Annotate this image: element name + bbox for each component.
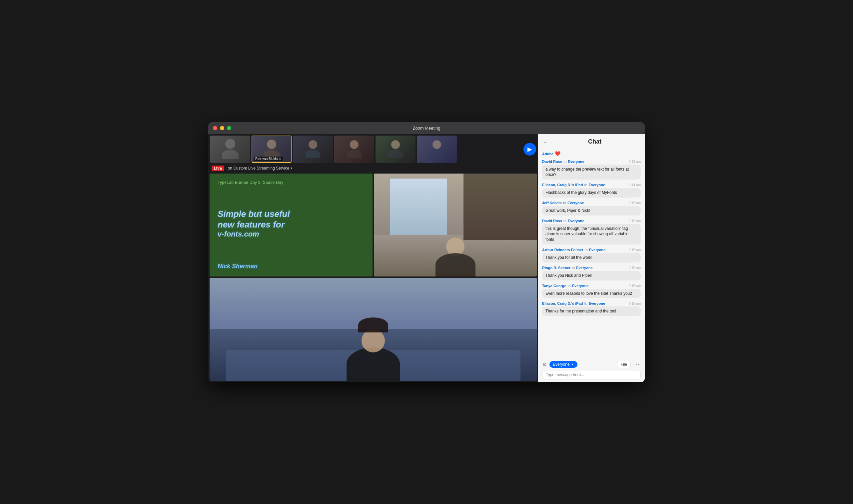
chat-to-1: to	[564, 160, 566, 164]
participant-name-2: Petr van Blokland	[253, 157, 283, 161]
chat-time-8: 9:15 am	[629, 302, 641, 305]
chat-message-7: Tanya George to Everyone 9:15 am Even mo…	[542, 284, 641, 299]
titlebar: Zoom Meeting	[208, 122, 645, 134]
chat-collapse-icon[interactable]: ⌄	[544, 139, 548, 144]
close-button[interactable]	[213, 126, 217, 130]
next-participants-button[interactable]: ▶	[523, 143, 536, 156]
chat-message-2: Eliason, Craig D.'s iPad to Everyone 9:1…	[542, 183, 641, 198]
slide-subtitle: TypeLab Europe Day 3: Space Day	[218, 180, 365, 185]
chat-input[interactable]	[546, 373, 637, 377]
slide-content: TypeLab Europe Day 3: Space Day Simple b…	[210, 174, 373, 276]
participant-thumb-1[interactable]	[210, 136, 250, 163]
chat-sender-7: Tanya George	[542, 284, 566, 288]
chat-bubble-2: Flashbacks of the glory days of MyFonts	[542, 188, 641, 198]
chat-to-label: To:	[542, 362, 548, 367]
chat-time-4: 9:15 am	[629, 219, 641, 223]
more-options-button[interactable]: ⋯	[633, 361, 641, 368]
chat-messages: Adobe ❤️ David Ross to Everyone 9:13 am …	[538, 148, 645, 358]
chat-meta-0: Adobe ❤️	[542, 151, 641, 156]
window-title: Zoom Meeting	[412, 126, 440, 130]
chat-message-4: David Ross to Everyone 9:15 am this is g…	[542, 219, 641, 245]
chat-message-8: Eliason, Craig D.'s iPad to Everyone 9:1…	[542, 302, 641, 316]
chat-bubble-8: Thanks for the presentation and the tool	[542, 306, 641, 316]
live-text: on Custom Live Streaming Service ▾	[228, 166, 292, 170]
chat-bubble-4: this is great though, the "unusual varia…	[542, 224, 641, 245]
chat-meta-5: Arthur Reinders Folmer to Everyone 9:15 …	[542, 248, 641, 252]
chat-title: Chat	[550, 138, 639, 145]
adobe-heart-emoji: ❤️	[555, 151, 561, 156]
chat-bubble-1: a way to change the preview text for all…	[542, 165, 641, 180]
chat-message-5: Arthur Reinders Folmer to Everyone 9:15 …	[542, 248, 641, 263]
slide-title: Simple but usefulnew features for	[218, 209, 365, 230]
chat-time-2: 9:14 am	[629, 183, 641, 187]
chat-recipient-1: Everyone	[568, 160, 584, 164]
chat-meta-4: David Ross to Everyone 9:15 am	[542, 219, 641, 223]
chat-to-5: to	[584, 248, 587, 252]
chat-sender-4: David Ross	[542, 219, 562, 223]
chat-time-3: 9:15 am	[629, 201, 641, 205]
chat-to-8: to	[584, 302, 587, 305]
everyone-dropdown-button[interactable]: Everyone ▼	[549, 361, 577, 368]
chat-sender-0: Adobe	[542, 152, 553, 156]
slide-url: v-fonts.com	[218, 230, 365, 238]
chat-to-4: to	[564, 219, 566, 223]
cam-bottom-bg	[210, 278, 537, 381]
file-button[interactable]: File	[617, 361, 631, 368]
chat-message-3: Jeff Kellem to Everyone 9:15 am Great wo…	[542, 201, 641, 216]
main-content: Petr van Blokland	[208, 134, 645, 382]
zoom-window: Zoom Meeting	[208, 122, 645, 382]
thumbnails-row: Petr van Blokland	[208, 134, 538, 164]
chat-meta-2: Eliason, Craig D.'s iPad to Everyone 9:1…	[542, 183, 641, 187]
live-badge: LIVE	[212, 165, 224, 171]
chat-bubble-5: Thank you for all the work!	[542, 253, 641, 263]
chat-meta-6: Ringo R. Seeber to Everyone 9:15 am	[542, 266, 641, 270]
dropdown-arrow-icon: ▼	[571, 363, 574, 366]
chat-input-row	[542, 370, 641, 379]
cam-top-right-cell	[374, 174, 537, 276]
chat-bubble-3: Great work, Piper & Nick!	[542, 206, 641, 216]
chat-time-6: 9:15 am	[629, 266, 641, 270]
chat-recipient-3: Everyone	[567, 201, 584, 205]
chat-footer-top: To: Everyone ▼ File ⋯	[542, 361, 641, 368]
chat-recipient-6: Everyone	[576, 266, 593, 270]
video-area: Petr van Blokland	[208, 134, 538, 382]
live-dropdown-icon[interactable]: ▾	[290, 166, 292, 170]
participant-thumb-2[interactable]: Petr van Blokland	[252, 136, 291, 163]
fullscreen-button[interactable]	[227, 126, 231, 130]
chat-to-6: to	[572, 266, 575, 270]
live-bar: LIVE on Custom Live Streaming Service ▾	[208, 164, 538, 172]
chat-sender-3: Jeff Kellem	[542, 201, 562, 205]
cam-top-right-bg	[374, 174, 537, 276]
chat-to-3: to	[563, 201, 566, 205]
chat-sender-8: Eliason, Craig D.'s iPad	[542, 302, 583, 305]
chat-message-1: David Ross to Everyone 9:13 am a way to …	[542, 160, 641, 180]
chat-recipient-5: Everyone	[589, 248, 606, 252]
chat-recipient-7: Everyone	[572, 284, 589, 288]
participant-thumb-4[interactable]	[334, 136, 374, 163]
chat-time-1: 9:13 am	[629, 160, 641, 164]
participant-thumb-6[interactable]	[417, 136, 457, 163]
chat-message-0: Adobe ❤️	[542, 151, 641, 156]
video-grid: TypeLab Europe Day 3: Space Day Simple b…	[208, 172, 538, 382]
chat-time-5: 9:15 am	[629, 248, 641, 252]
cam-bottom-cell	[210, 278, 537, 381]
participant-thumb-3[interactable]	[293, 136, 333, 163]
chat-message-6: Ringo R. Seeber to Everyone 9:15 am Than…	[542, 266, 641, 281]
traffic-lights	[213, 126, 231, 130]
chat-recipient-8: Everyone	[589, 302, 605, 305]
chat-bubble-6: Thank you Nick and Piper!	[542, 271, 641, 281]
chat-recipient-2: Everyone	[589, 183, 605, 187]
minimize-button[interactable]	[220, 126, 224, 130]
chat-recipient-4: Everyone	[568, 219, 584, 223]
chat-meta-1: David Ross to Everyone 9:13 am	[542, 160, 641, 164]
participant-thumb-5[interactable]	[375, 136, 415, 163]
presentation-cell: TypeLab Europe Day 3: Space Day Simple b…	[210, 174, 373, 276]
chat-sender-5: Arthur Reinders Folmer	[542, 248, 583, 252]
slide-author: Nick Sherman	[218, 263, 365, 270]
chat-to-2: to	[584, 183, 587, 187]
chat-panel: ⌄ Chat Adobe ❤️ David Ross to	[538, 134, 645, 382]
arrow-right-icon: ▶	[528, 146, 532, 153]
chat-time-7: 9:15 am	[629, 284, 641, 288]
chat-meta-8: Eliason, Craig D.'s iPad to Everyone 9:1…	[542, 302, 641, 305]
chat-sender-6: Ringo R. Seeber	[542, 266, 570, 270]
